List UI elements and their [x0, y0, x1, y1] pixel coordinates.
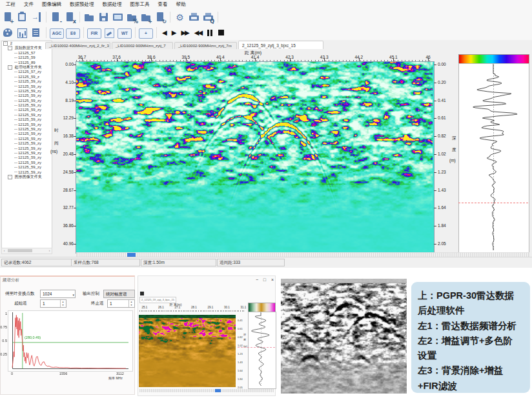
menu-item-帮助[interactable]: 帮助: [176, 1, 186, 8]
menu-item-数据处理[interactable]: 数据处理: [103, 1, 122, 8]
tree-folder-处理结果文件夹[interactable]: - 处理结果文件夹: [2, 65, 52, 70]
tree-item[interactable]: 12125_59_zy: [2, 113, 52, 117]
print-icon[interactable]: [188, 12, 200, 23]
agc-gain-button[interactable]: AGC: [50, 28, 64, 39]
phase-button[interactable]: Eθ: [66, 28, 80, 39]
tree-item[interactable]: 12125_57: [2, 51, 52, 55]
menu-item-数据预处理[interactable]: 数据预处理: [70, 1, 94, 8]
import-icon[interactable]: →: [30, 12, 43, 23]
tree-item[interactable]: 12125_57_zy: [2, 70, 52, 74]
open-folder-icon[interactable]: [83, 12, 96, 23]
tree-item[interactable]: 12125_59_zy: [2, 146, 52, 151]
histogram-icon[interactable]: [16, 27, 28, 39]
palette-icon[interactable]: [2, 27, 14, 39]
end-trace-spinner[interactable]: 1 ▴▾: [107, 299, 135, 308]
tab-2_12125_59_zytj_3_bjxc_15[interactable]: 2_12125_59_zytj_3_bjxc_15: [238, 41, 323, 49]
rewind-button[interactable]: ◀◀: [192, 27, 203, 39]
gain-radar-canvas: [139, 315, 236, 387]
menu-item-图像编辑[interactable]: 图像编辑: [42, 1, 61, 8]
fir-filter-button[interactable]: FIR: [87, 28, 101, 39]
tool-square-icon[interactable]: [140, 292, 144, 295]
tree-item[interactable]: 12125_59_zy: [2, 123, 52, 127]
save-image-icon[interactable]: [112, 12, 124, 23]
spinner-arrows-icon[interactable]: ▴▾: [128, 300, 134, 307]
tree-folder-原始数据文件夹[interactable]: - 原始数据文件夹: [2, 46, 52, 50]
wavelet-button[interactable]: WT: [118, 28, 132, 39]
gain-horizontal-scrollbar[interactable]: [139, 389, 274, 392]
tree-item[interactable]: 12125_59_zy: [2, 161, 52, 165]
new-file-icon[interactable]: +: [2, 12, 14, 23]
tree-item[interactable]: 12125_59: [2, 55, 52, 60]
menu-item-工程[interactable]: 工程: [6, 1, 15, 8]
tree-item[interactable]: 12125_59_zy: [2, 141, 52, 146]
spectrum-marker-label: (280,0.49): [25, 335, 41, 339]
tree-scroll-thumb[interactable]: [8, 249, 32, 252]
annotation-line: 左2：增益调节+多色阶: [418, 334, 525, 348]
project-tree[interactable]: - 2- 原始数据文件夹12125_5712125_5913125_89- 处理…: [1, 41, 52, 254]
play-button[interactable]: ▶: [170, 27, 178, 39]
document-tab-bar: _LID10002-400MHzm_zytj_2_fir_3_LID10002-…: [45, 41, 323, 49]
menu-item-文件[interactable]: 文件: [24, 1, 34, 8]
spinner-arrows-icon[interactable]: ▴▾: [60, 300, 65, 307]
minimize-icon[interactable]: −: [256, 277, 258, 282]
tick-mark: [74, 244, 76, 245]
tab-_LID10002-400MHzm_zytj_2_fir_3[interactable]: _LID10002-400MHzm_zytj_2_fir_3: [45, 42, 110, 49]
gain-distance-tick: 30.1: [221, 306, 233, 309]
paste-icon[interactable]: [16, 12, 28, 23]
tree-item[interactable]: 12125_59_zy: [2, 132, 52, 136]
export-file-icon[interactable]: -: [50, 12, 62, 23]
tree-item[interactable]: 12125_59_zy: [2, 127, 52, 132]
time-tick: 20.48: [56, 152, 74, 156]
tree-item[interactable]: 12125_59_zy: [2, 151, 52, 155]
tree-item[interactable]: 12125_59_zy: [2, 137, 52, 141]
fit-view-button[interactable]: +: [139, 28, 153, 39]
tree-item[interactable]: 12125_59_zy: [2, 108, 52, 112]
tree-item[interactable]: 12125_59_zy: [2, 79, 52, 84]
tree-folder-图形图像文件夹[interactable]: - 图形图像文件夹: [2, 175, 52, 179]
tab-_LID10002-900MHzm_zytj_7m[interactable]: _LID10002-900MHzm_zytj_7m: [174, 42, 237, 49]
scroll-right-icon[interactable]: ›: [47, 248, 52, 253]
tree-item[interactable]: 12125_59_zy: [2, 85, 52, 89]
fft-points-select[interactable]: 1024 ▾: [40, 290, 76, 298]
tick-mark: [74, 136, 76, 137]
tab-_LID10002-900MHzm_zytj_7[interactable]: _LID10002-900MHzm_zytj_7: [112, 42, 173, 49]
tree-item[interactable]: 12125_59_zy: [2, 170, 52, 175]
stop-button[interactable]: [216, 27, 226, 39]
close-icon[interactable]: ×: [271, 277, 274, 282]
print-preview-icon[interactable]: Q: [202, 12, 214, 23]
tree-horizontal-scrollbar[interactable]: ‹ ›: [1, 248, 52, 254]
fast-forward-button[interactable]: ▶▶: [179, 27, 190, 39]
edit-brush-icon[interactable]: [103, 27, 116, 39]
scroll-left-icon[interactable]: ‹: [2, 248, 6, 253]
tree-item[interactable]: 12125_59_z: [2, 75, 52, 79]
tree-item[interactable]: 12125_59_zy: [2, 94, 52, 98]
tree-item[interactable]: 13125_89: [2, 61, 52, 65]
save-icon[interactable]: [97, 12, 110, 23]
tree-root[interactable]: - 2: [2, 41, 52, 46]
output-control-field[interactable]: 绝对幅度谱: [103, 290, 135, 298]
maximize-icon[interactable]: □: [263, 277, 266, 282]
tree-item[interactable]: 12125_59_zy: [2, 155, 52, 160]
time-tick: 32.77: [56, 205, 74, 210]
tree-item[interactable]: 12125_59_zy: [2, 117, 52, 122]
gain-scroll-thumb[interactable]: [215, 389, 221, 392]
refresh-file-icon[interactable]: ↻: [154, 12, 167, 23]
tree-item[interactable]: 12125_59_zy: [2, 165, 52, 170]
tree-item[interactable]: 12125_59_zy: [2, 103, 52, 108]
tick-mark: [74, 154, 76, 155]
menu-item-查看[interactable]: 查看: [158, 1, 168, 8]
menu-item-图形工具[interactable]: 图形工具: [130, 1, 150, 8]
trace-list-icon[interactable]: [30, 27, 43, 39]
status-segment: 采样点数:768: [71, 259, 140, 266]
pause-button[interactable]: [205, 27, 214, 39]
delete-file-icon[interactable]: x: [64, 12, 76, 23]
folder-extract-icon[interactable]: %: [126, 12, 138, 23]
tick-mark: [74, 208, 76, 208]
step-back-button[interactable]: ◀: [160, 27, 168, 39]
settings-gear-icon[interactable]: ⚙: [174, 12, 186, 23]
folder-add-icon[interactable]: +: [140, 12, 152, 23]
annotation-line: +FIR滤波: [418, 379, 525, 394]
tree-item[interactable]: 12125_59_zy: [2, 89, 52, 94]
tree-item[interactable]: 12125_59_zy: [2, 99, 52, 103]
start-trace-spinner[interactable]: 1 ▴▾: [40, 299, 66, 308]
